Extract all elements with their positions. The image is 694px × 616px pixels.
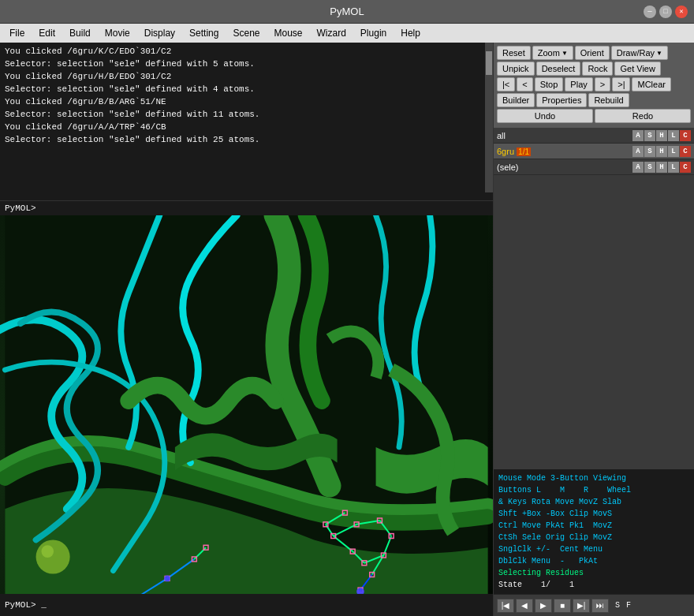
rock-button[interactable]: Rock <box>582 62 613 76</box>
btn-row-2: Unpick Deselect Rock Get View <box>497 62 691 76</box>
object-badge-h[interactable]: H <box>656 130 667 141</box>
console-text: You clicked /6gru/K/C/EDO`301/C2 Selecto… <box>0 43 493 150</box>
object-badge-a-6gru[interactable]: A <box>632 146 644 157</box>
rewind-button[interactable]: |< <box>497 77 515 91</box>
object-row-sele: (sele) A S H L C <box>494 159 694 175</box>
console-line: Selector: selection "sele" defined with … <box>5 134 488 147</box>
pb-state-value: F <box>626 601 631 610</box>
object-name-sele[interactable]: (sele) <box>497 162 632 172</box>
svg-point-17 <box>164 575 170 581</box>
pb-stop[interactable]: ■ <box>554 599 571 613</box>
get-view-button[interactable]: Get View <box>614 62 660 76</box>
object-badge-s-sele[interactable]: S <box>644 162 655 173</box>
btn-row-3: |< < Stop Play > >| MClear <box>497 77 691 91</box>
menu-display[interactable]: Display <box>138 26 181 40</box>
object-badge-s-6gru[interactable]: S <box>644 146 655 157</box>
forward-button[interactable]: >| <box>612 77 630 91</box>
menu-scene[interactable]: Scene <box>226 26 266 40</box>
pb-prev[interactable]: ◀ <box>516 599 533 613</box>
pb-play[interactable]: ▶ <box>535 599 552 613</box>
object-badge-c-6gru[interactable]: C <box>680 146 691 157</box>
scrollbar-thumb <box>486 51 492 75</box>
properties-button[interactable]: Properties <box>536 93 587 107</box>
zoom-button[interactable]: Zoom <box>532 46 573 60</box>
menu-setting[interactable]: Setting <box>183 26 225 40</box>
object-row-all: all A S H L C <box>494 128 694 144</box>
pb-next[interactable]: ▶| <box>573 599 590 613</box>
btn-row-4: Builder Properties Rebuild <box>497 93 691 107</box>
deselect-button[interactable]: Deselect <box>536 62 581 76</box>
minimize-button[interactable]: — <box>644 6 656 18</box>
menu-file[interactable]: File <box>3 26 31 40</box>
object-list: all A S H L C 6gru 1/1 A S H L C (sele) … <box>494 128 694 469</box>
undo-button[interactable]: Undo <box>497 109 593 123</box>
menu-mouse[interactable]: Mouse <box>267 26 308 40</box>
control-buttons: Reset Zoom Orient Draw/Ray Unpick Desele… <box>494 43 694 128</box>
orient-button[interactable]: Orient <box>575 46 610 60</box>
info-line-5: Ctrl Move PkAt Pk1 MovZ <box>498 520 689 532</box>
maximize-button[interactable]: □ <box>659 6 672 18</box>
menu-plugin[interactable]: Plugin <box>354 26 393 40</box>
next-button[interactable]: > <box>595 77 610 91</box>
right-panel: Reset Zoom Orient Draw/Ray Unpick Desele… <box>493 43 694 616</box>
info-line-7: SnglClk +/- Cent Menu <box>498 543 689 555</box>
stop-button[interactable]: Stop <box>535 77 564 91</box>
object-badge-h-6gru[interactable]: H <box>656 146 667 157</box>
console-line: Selector: selection "sele" defined with … <box>5 84 488 96</box>
builder-button[interactable]: Builder <box>497 93 535 107</box>
object-badge-a-sele[interactable]: A <box>632 162 644 173</box>
bottom-prompt[interactable]: PyMOL> _ <box>0 594 493 616</box>
svg-point-1 <box>36 539 70 573</box>
menu-bar: File Edit Build Movie Display Setting Sc… <box>0 24 694 43</box>
reset-button[interactable]: Reset <box>497 46 531 60</box>
object-badge-c[interactable]: C <box>680 130 691 141</box>
menu-help[interactable]: Help <box>394 26 427 40</box>
console-line: You clicked /6gru/H/B/EDO`301/C2 <box>5 71 488 84</box>
menu-movie[interactable]: Movie <box>99 26 136 40</box>
redo-button[interactable]: Redo <box>595 109 691 123</box>
pymol-prompt-line: PyMOL> <box>0 200 493 215</box>
info-line-8: DblClk Menu - PkAt <box>498 555 689 567</box>
object-badge-c-sele[interactable]: C <box>680 162 691 173</box>
app-title: PyMOL <box>330 6 364 17</box>
object-badge-l-6gru[interactable]: L <box>668 146 679 157</box>
object-badge-h-sele[interactable]: H <box>656 162 667 173</box>
info-line-2: Buttons L M R Wheel <box>498 484 689 496</box>
console-scrollbar[interactable] <box>485 43 493 192</box>
prompt-text: PyMOL> <box>5 203 36 213</box>
console-line: Selector: selection "sele" defined with … <box>5 58 488 71</box>
close-button[interactable]: ✕ <box>675 6 688 18</box>
info-line-3: & Keys Rota Move MovZ Slab <box>498 496 689 508</box>
left-panel: You clicked /6gru/K/C/EDO`301/C2 Selecto… <box>0 43 493 616</box>
console-line: You clicked /6gru/B/B/ARG`51/NE <box>5 96 488 109</box>
object-badge-l[interactable]: L <box>668 130 679 141</box>
playback-bar: |◀ ◀ ▶ ■ ▶| ⏭ S F <box>494 594 694 616</box>
pb-rewind[interactable]: |◀ <box>497 599 514 613</box>
rebuild-button[interactable]: Rebuild <box>588 93 629 107</box>
window-controls: — □ ✕ <box>644 6 688 18</box>
unpick-button[interactable]: Unpick <box>497 62 535 76</box>
object-name-6gru[interactable]: 6gru 1/1 <box>497 147 632 156</box>
info-panel: Mouse Mode 3-Button Viewing Buttons L M … <box>494 469 694 594</box>
main-layout: You clicked /6gru/K/C/EDO`301/C2 Selecto… <box>0 43 694 616</box>
object-badge-s[interactable]: S <box>644 130 655 141</box>
viewport[interactable] <box>0 215 493 594</box>
menu-wizard[interactable]: Wizard <box>311 26 353 40</box>
console-area: You clicked /6gru/K/C/EDO`301/C2 Selecto… <box>0 43 493 200</box>
info-line-6: CtSh Sele Orig Clip MovZ <box>498 532 689 543</box>
info-line-4: Shft +Box -Box Clip MovS <box>498 508 689 520</box>
prev-button[interactable]: < <box>517 77 532 91</box>
pb-forward[interactable]: ⏭ <box>591 599 609 613</box>
object-name-all[interactable]: all <box>497 131 632 140</box>
info-line-1: Mouse Mode 3-Button Viewing <box>498 472 689 484</box>
object-badge-a[interactable]: A <box>632 130 644 141</box>
draw-ray-button[interactable]: Draw/Ray <box>611 46 668 60</box>
mclear-button[interactable]: MClear <box>632 77 670 91</box>
svg-point-2 <box>41 545 54 558</box>
object-badge-l-sele[interactable]: L <box>668 162 679 173</box>
console-line: Selector: selection "sele" defined with … <box>5 109 488 121</box>
menu-build[interactable]: Build <box>63 26 97 40</box>
play-button[interactable]: Play <box>565 77 592 91</box>
info-line-state: State 1/ 1 <box>498 579 689 591</box>
menu-edit[interactable]: Edit <box>32 26 62 40</box>
